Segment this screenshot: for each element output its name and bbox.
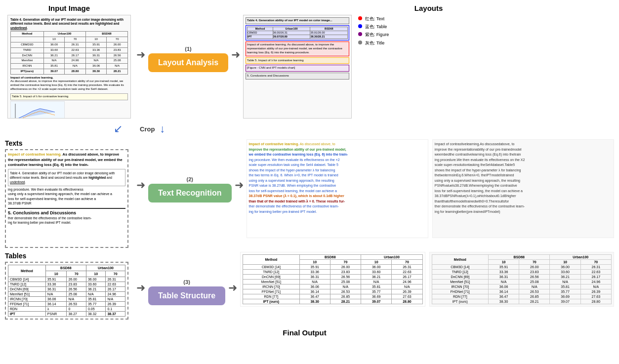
arrow6-container: ➜ <box>228 252 237 294</box>
th-70a: 70 <box>67 271 86 277</box>
layout-section-title: 5. Conclusions and Discussions <box>246 73 349 80</box>
table-row: IRCNN [70]36.06N/A35.81N/A <box>432 284 611 289</box>
texts-region: Impact of contrastive learning. As discu… <box>5 149 128 248</box>
legend-red: 红色: Text <box>358 15 389 23</box>
layout-title-block: Table 4. Generation ability of our IPT m… <box>246 17 349 24</box>
colored-lines: Impact of contrastive learning. As discu… <box>249 142 426 214</box>
arrow5-container: ➜ <box>136 252 145 294</box>
text-table-desc: Table 4. Generation ability of our IPT m… <box>10 171 124 184</box>
table-row: CBM3D [14]35.9126.0036.0026.31 <box>243 265 422 270</box>
legend-blue: 蓝色: Table <box>358 23 389 31</box>
table-row: IRCNN [70]36.06N/A35.81N/A <box>243 284 422 289</box>
page-wrapper: Input Image Table 4. Generation ability … <box>0 0 619 341</box>
table-row: CBM3D [14]35.9126.0036.0026.31 <box>8 277 125 282</box>
impact-label: Impact of contrastive learning. <box>10 76 128 80</box>
tables-section: Tables Method BSD68 Urban100 10 70 10 <box>5 252 133 320</box>
colored-table-output: Method BSD68 Urban100 10 70 10 70 CBM3D … <box>240 252 425 307</box>
text-output-container: Impact of contrastive learning. As discu… <box>247 139 614 238</box>
input-image-title: Input Image <box>48 4 90 12</box>
layouts-title: Layouts <box>243 4 614 12</box>
down-arrow-2: ↓ <box>157 122 165 135</box>
input-table-body: CBM3D [14]35.9126.0036.0026.31 TNRD [12]… <box>8 277 125 317</box>
table-row: FFDNet [71]36.1426.5335.7726.39 <box>8 302 125 307</box>
layout-analysis-badge: Layout Analysis <box>148 53 228 72</box>
arrow1-right: ➜ <box>136 48 145 61</box>
chart-svg <box>10 101 65 119</box>
table-row: MemNet [51]N/A25.08N/A24.96 <box>432 280 611 284</box>
plain-text-output: Impact of contrastivelearning.As discuss… <box>432 139 614 238</box>
table-row: IPT PSNR 38.27 38.32 38.37 <box>8 312 125 317</box>
table-row: IRCNN [70]36.06N/A35.81N/A <box>8 297 125 302</box>
table-row: DnCNN [69]36.3126.5636.2126.17 <box>432 275 611 280</box>
layout-badge-container: (1) Layout Analysis <box>148 4 228 72</box>
colored-text-output: Impact of contrastive learning. As discu… <box>247 139 428 238</box>
legend-gray: 灰色: Title <box>358 39 389 47</box>
table-row: FFDNet [71]36.1426.5335.7726.39 <box>243 289 422 294</box>
texts-title: Texts <box>5 139 133 147</box>
text-footer: ther demonstrate the effectiveness of th… <box>8 216 125 225</box>
step1-label: (1) <box>185 46 191 52</box>
paper-table: Method Urban100 BSD68 10 70 10 70 CBMD3D… <box>10 31 128 74</box>
plain-table-output: Method BSD68 Urban100 10 70 10 70 CBM3D … <box>429 252 614 307</box>
th-10a: 10 <box>45 271 67 277</box>
table-row: TNRD [12]33.3623.8333.6022.63 <box>432 270 611 275</box>
impact-text: As discussed above, to improve the repre… <box>10 80 128 91</box>
th-method: Method <box>8 265 46 277</box>
arrow4-right: ➜ <box>235 179 244 192</box>
legend-gray-dot <box>358 40 362 44</box>
table-output-container: Method BSD68 Urban100 10 70 10 70 CBM3D … <box>240 252 614 307</box>
step2-label: (2) <box>187 176 193 182</box>
table-row: RDN [77]36.4726.8536.6927.63 <box>432 294 611 299</box>
texts-section: Texts Impact of contrastive learning. As… <box>5 139 133 248</box>
tables-region: Method BSD68 Urban100 10 70 10 70 CBM3D … <box>5 262 128 320</box>
table-row: MemNet [51]N/A25.08N/A24.96 <box>243 280 422 284</box>
layout-table5-block: Table 5. Impact of λ for contrastive lea… <box>246 57 349 64</box>
row3: Tables Method BSD68 Urban100 10 70 10 <box>5 252 614 320</box>
colored-output-table: Method BSD68 Urban100 10 70 10 70 CBM3D … <box>243 254 422 304</box>
layout-figure-block: [Figure - CNN and IPT models chart] <box>246 65 349 72</box>
arrow1-container: ➜ <box>136 4 145 61</box>
table-row: CBM3D [14]35.9126.0036.0026.31 <box>432 265 611 270</box>
row2: Texts Impact of contrastive learning. As… <box>5 139 614 248</box>
colored-table-body: CBM3D [14]35.9126.0036.0026.31 TNRD [12]… <box>243 265 422 304</box>
layout-legend: 红色: Text 蓝色: Table 紫色: Figure 灰色: Title <box>356 15 389 47</box>
th-10b: 10 <box>86 271 106 277</box>
crop-row: ↙ Crop ↓ <box>5 122 614 135</box>
plain-output-table: Method BSD68 Urban100 10 70 10 70 CBM3D … <box>432 254 612 304</box>
th-70b: 70 <box>106 271 125 277</box>
legend-purple: 紫色: Figure <box>358 31 389 39</box>
table-row: IPT (ours)38.3028.2139.0728.80 <box>243 299 422 304</box>
down-arrow-1: ↙ <box>114 122 123 135</box>
layouts-inner: Table 4. Generation ability of our IPT m… <box>243 15 614 119</box>
text-body: ing procedure. We then evaluate its effe… <box>8 187 125 206</box>
table-row: DnCNN [69]36.3126.5636.2126.17 <box>8 287 125 292</box>
table-row: IPT (ours)38.3028.2139.0728.80 <box>432 299 611 304</box>
table5-box: Table 5. Impact of λ for contrastive lea… <box>10 93 128 100</box>
text-conclusion-heading: 5. Conclusions and Discussions <box>8 208 125 216</box>
final-output-container: Final Output <box>5 324 614 337</box>
arrow6-right: ➜ <box>228 282 237 294</box>
step3-label: (3) <box>183 279 190 285</box>
table-row: DnCNN [69]36.3126.5636.2126.17 <box>243 275 422 280</box>
crop-label: Crop <box>125 125 155 133</box>
row1: Input Image Table 4. Generation ability … <box>5 4 614 119</box>
table-row: MemNet [51]N/A25.08N/A24.96 <box>8 292 125 297</box>
legend-red-dot <box>358 16 362 20</box>
table-struct-badge-container: (3) Table Structure <box>148 252 225 305</box>
text-table-box: Table 4. Generation ability of our IPT m… <box>8 169 125 186</box>
table-row: RDN λ 0 0.05 0.1 <box>8 307 125 312</box>
table-row: RDN [77]36.4726.8536.6927.63 <box>243 294 422 299</box>
layout-text-block: Impact of contrastive learning. As discu… <box>246 41 349 56</box>
plain-table-body: CBM3D [14]35.9126.0036.0026.31 TNRD [12]… <box>432 265 611 304</box>
plain-lines: Impact of contrastivelearning.As discuss… <box>435 142 612 214</box>
th-urban100: Urban100 <box>86 265 125 271</box>
th-bsd68: BSD68 <box>45 265 86 271</box>
paper-chart <box>10 101 128 119</box>
layouts-section: Layouts Table 4. Generation ability of o… <box>243 4 614 119</box>
layout-table-block: MethodUrban100BSD68 CBM3D36.00/26.3135.9… <box>246 25 349 40</box>
table-row: FHDNet [71]36.1426.5335.7726.39 <box>432 289 611 294</box>
layout-paper-1: Table 4. Generation ability of our IPT m… <box>243 15 352 119</box>
arrow3-container: ➜ <box>136 139 145 192</box>
arrow4-container: ➜ <box>235 139 244 192</box>
final-output-label: Final Output <box>5 328 604 337</box>
